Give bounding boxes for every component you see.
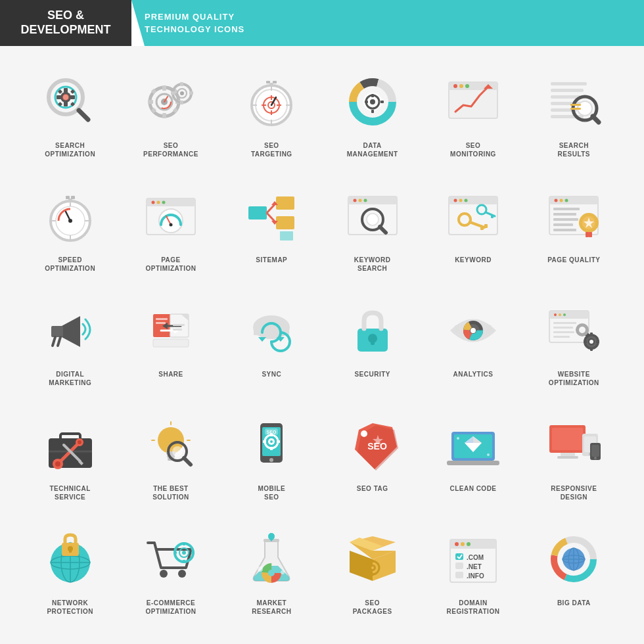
- icon-sitemap: SITEMAP: [221, 173, 322, 288]
- svg-point-272: [258, 566, 263, 572]
- icon-label: SEARCHOPTIMIZATION: [45, 141, 95, 158]
- icon-label: ANALYTICS: [453, 370, 494, 379]
- header: SEO & DEVELOPMENT PREMIUM QUALITY TECHNO…: [0, 0, 644, 46]
- icon-search-optimization: SEARCHOPTIMIZATION: [20, 59, 120, 173]
- svg-point-199: [78, 440, 81, 444]
- svg-rect-154: [173, 329, 182, 331]
- svg-rect-155: [153, 339, 189, 347]
- svg-rect-7: [70, 95, 75, 99]
- svg-point-170: [471, 328, 476, 333]
- icon-label: THE BESTSOLUTION: [152, 484, 189, 501]
- svg-rect-134: [553, 229, 576, 231]
- svg-rect-68: [551, 89, 584, 92]
- icon-label: WEBSITEOPTIMIZATION: [549, 370, 599, 387]
- svg-point-64: [459, 84, 463, 88]
- svg-text:.INFO: .INFO: [467, 572, 484, 580]
- icon-analytics: ANALYTICS: [423, 288, 523, 402]
- svg-rect-131: [553, 213, 576, 216]
- svg-rect-244: [557, 456, 578, 459]
- svg-line-143: [58, 337, 60, 346]
- svg-point-65: [465, 84, 469, 88]
- icon-label: MARKETRESEARCH: [252, 599, 291, 616]
- svg-point-175: [554, 313, 557, 316]
- svg-point-239: [457, 437, 459, 440]
- svg-point-56: [370, 99, 375, 104]
- icon-market-research: MARKETRESEARCH: [221, 517, 322, 631]
- icon-label: SEOPERFORMANCE: [143, 141, 198, 158]
- icon-label: SEOMONITORING: [450, 141, 496, 158]
- svg-point-217: [269, 458, 273, 462]
- icon-label: RESPONSIVEDESIGN: [551, 484, 597, 501]
- svg-point-129: [565, 199, 568, 202]
- icon-best-solution: THE BESTSOLUTION: [120, 402, 221, 517]
- svg-rect-77: [570, 108, 581, 110]
- svg-rect-291: [455, 553, 463, 560]
- svg-rect-180: [553, 331, 574, 333]
- icon-label: SPEEDOPTIMIZATION: [45, 256, 95, 273]
- icon-clean-code: CLEAN CODE: [423, 402, 523, 517]
- svg-rect-152: [156, 322, 166, 324]
- svg-point-63: [453, 84, 457, 88]
- svg-rect-139: [589, 232, 592, 237]
- svg-point-187: [589, 340, 593, 344]
- icon-label: SECURITY: [354, 370, 390, 379]
- svg-rect-265: [183, 560, 185, 563]
- svg-rect-295: [455, 563, 463, 569]
- icon-mobile-seo: SEO MOBILESEO: [221, 402, 322, 517]
- icon-keyword: KEYWORD: [423, 173, 523, 288]
- icon-seo-performance: SEOPERFORMANCE: [120, 59, 221, 173]
- svg-point-184: [579, 327, 586, 333]
- svg-rect-121: [484, 224, 488, 228]
- icon-website-optimization: WEBSITEOPTIMIZATION: [524, 288, 624, 402]
- icon-label: DATAMANAGEMENT: [347, 141, 398, 158]
- icon-label: PAGEOPTIMIZATION: [146, 256, 196, 273]
- icon-label: E-COMMERCEOPTIMIZATION: [146, 599, 196, 616]
- svg-point-240: [487, 453, 490, 456]
- svg-rect-5: [64, 102, 68, 106]
- svg-point-27: [180, 91, 184, 95]
- svg-rect-42: [273, 81, 277, 83]
- svg-point-96: [169, 223, 172, 227]
- svg-rect-243: [561, 453, 575, 456]
- svg-point-128: [560, 199, 563, 202]
- svg-line-12: [79, 110, 88, 120]
- icon-network-protection: NETWORKPROTECTION: [20, 517, 120, 631]
- icon-security: SECURITY: [322, 288, 423, 402]
- svg-text:SEO: SEO: [267, 430, 277, 434]
- svg-point-88: [68, 219, 72, 223]
- svg-rect-242: [552, 428, 583, 450]
- header-tagline: PREMIUM QUALITY TECHNOLOGY ICONS: [131, 0, 644, 46]
- svg-point-288: [455, 542, 459, 546]
- svg-point-172: [487, 325, 492, 333]
- svg-point-117: [464, 199, 467, 202]
- svg-rect-188: [590, 333, 593, 336]
- svg-point-283: [371, 566, 374, 569]
- icon-search-results: SEARCHRESULTS: [524, 59, 624, 173]
- svg-line-75: [593, 116, 599, 122]
- svg-rect-178: [553, 322, 576, 324]
- brand-line1: SEO &: [47, 9, 84, 22]
- svg-rect-130: [553, 208, 580, 210]
- svg-point-290: [467, 542, 471, 546]
- svg-rect-99: [276, 216, 294, 229]
- svg-rect-97: [248, 206, 267, 219]
- icon-label: KEYWORD: [455, 256, 492, 264]
- svg-point-289: [461, 542, 465, 546]
- svg-rect-267: [191, 551, 195, 554]
- svg-rect-41: [266, 81, 270, 83]
- icon-seo-monitoring: SEOMONITORING: [423, 59, 523, 173]
- svg-line-142: [53, 337, 55, 346]
- svg-rect-224: [277, 440, 280, 443]
- icon-page-quality: PAGE QUALITY: [524, 173, 624, 288]
- svg-rect-223: [263, 440, 266, 443]
- svg-point-230: [361, 430, 367, 437]
- tagline-text: PREMIUM QUALITY TECHNOLOGY ICONS: [145, 11, 244, 36]
- svg-point-250: [594, 457, 597, 459]
- icon-seo-tag: SEO SEO TAG: [322, 402, 423, 517]
- svg-rect-179: [553, 327, 573, 329]
- svg-rect-222: [270, 447, 273, 450]
- svg-rect-59: [365, 101, 368, 103]
- svg-point-177: [563, 313, 566, 316]
- icon-label: SITEMAP: [256, 256, 287, 264]
- svg-point-93: [162, 201, 165, 204]
